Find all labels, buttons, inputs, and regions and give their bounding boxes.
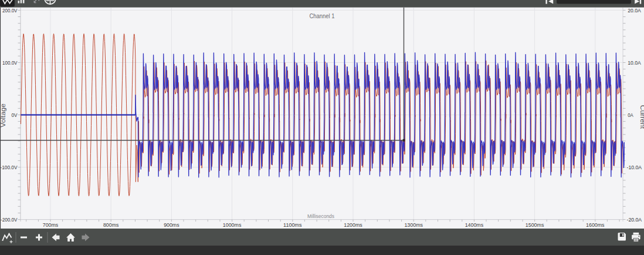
svg-text:1000ms: 1000ms [223, 222, 242, 228]
svg-text:0A: 0A [628, 112, 633, 118]
svg-text:Milliseconds: Milliseconds [307, 213, 334, 219]
svg-text:1300ms: 1300ms [404, 222, 423, 228]
svg-text:Voltage: Voltage [0, 103, 6, 127]
svg-text:-20.0A: -20.0A [627, 216, 642, 223]
svg-text:20.0A: 20.0A [628, 7, 641, 14]
svg-text:1500ms: 1500ms [526, 222, 544, 228]
svg-text:10.0A: 10.0A [628, 59, 641, 66]
svg-text:-100.0V: -100.0V [1, 164, 18, 170]
svg-text:Channel 1: Channel 1 [310, 13, 335, 19]
svg-text:700ms: 700ms [43, 222, 59, 228]
svg-text:1400ms: 1400ms [465, 222, 484, 228]
svg-text:0V: 0V [12, 112, 18, 118]
svg-text:800ms: 800ms [103, 222, 119, 228]
svg-text:200.0V: 200.0V [2, 7, 18, 14]
svg-text:Current: Current [639, 105, 644, 129]
svg-text:900ms: 900ms [164, 222, 179, 228]
svg-text:-10.0A: -10.0A [627, 164, 642, 170]
svg-text:1200ms: 1200ms [344, 222, 362, 228]
svg-text:-200.0V: -200.0V [1, 216, 18, 223]
svg-text:1600ms: 1600ms [586, 222, 605, 228]
svg-text:1100ms: 1100ms [283, 222, 302, 228]
svg-text:100.0V: 100.0V [2, 59, 18, 66]
